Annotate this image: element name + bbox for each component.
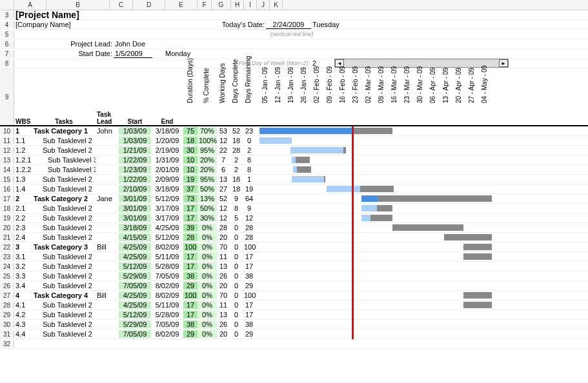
cell-duration[interactable]: 75 — [183, 127, 198, 135]
week-date-header[interactable]: 02 - Feb - 09 — [310, 68, 323, 125]
cell-days-remaining[interactable]: 28 — [243, 233, 256, 241]
cell-pct-complete[interactable]: 50% — [198, 204, 217, 212]
cell-days-remaining[interactable]: 17 — [243, 253, 256, 260]
cell-working-days[interactable]: 7 — [217, 156, 230, 164]
cell-wbs[interactable]: 1.1 — [14, 137, 32, 144]
week-date-header[interactable]: 23 - Feb - 09 — [349, 68, 361, 125]
header-working-days[interactable]: Working Days — [216, 68, 228, 125]
cell-wbs[interactable]: 3 — [14, 243, 32, 251]
cell-working-days[interactable]: 70 — [217, 291, 230, 299]
cell-wbs[interactable]: 4.3 — [14, 320, 32, 328]
table-row[interactable]: 263.4Sub Tasklevel 27/05/098/02/09290%20… — [0, 281, 588, 291]
cell-start[interactable]: 1/03/09 — [119, 127, 151, 135]
cell-duration[interactable]: 19 — [183, 175, 198, 183]
cell-working-days[interactable]: 12 — [217, 204, 230, 212]
cell-end[interactable]: 8/02/09 — [151, 330, 183, 338]
cell-wbs[interactable]: 3.2 — [14, 262, 32, 270]
table-row[interactable]: 212.4Sub Tasklevel 24/15/095/12/09280%20… — [0, 233, 588, 242]
cell-task[interactable]: Sub Tasklevel 2 — [32, 146, 96, 154]
cell-task[interactable]: Sub Tasklevel 3 — [32, 166, 96, 173]
cell-days-complete[interactable]: 0 — [230, 291, 243, 299]
cell-task[interactable]: Sub Tasklevel 2 — [32, 204, 96, 212]
cell-task[interactable]: Sub Tasklevel 2 — [32, 253, 96, 260]
cell-pct-complete[interactable]: 0% — [198, 301, 217, 309]
week-date-header[interactable]: 05 - Jan - 09 — [258, 68, 271, 125]
table-row[interactable]: 121.2Sub Tasklevel 21/21/092/19/093095%2… — [0, 146, 588, 155]
cell-days-remaining[interactable]: 2 — [243, 146, 256, 154]
cell-wbs[interactable]: 4.2 — [14, 311, 32, 319]
company-name[interactable]: [Company Name] — [14, 21, 208, 28]
week-date-header[interactable]: 06 - Apr - 09 — [426, 68, 439, 125]
cell-end[interactable]: 7/05/09 — [151, 320, 183, 328]
cell-days-remaining[interactable]: 17 — [243, 262, 256, 270]
cell-days-remaining[interactable]: 0 — [243, 137, 256, 144]
table-row[interactable]: 314.4Sub Tasklevel 27/05/098/02/09290%20… — [0, 329, 588, 339]
table-row[interactable]: 131.2.1Sub Tasklevel 31/22/091/31/091020… — [0, 155, 588, 165]
cell-end[interactable]: 5/11/09 — [151, 301, 183, 309]
cell-task[interactable]: Sub Tasklevel 2 — [32, 311, 96, 319]
scroll-right-button[interactable]: ► — [499, 59, 508, 67]
cell-days-remaining[interactable]: 28 — [243, 224, 256, 231]
cell-working-days[interactable]: 13 — [217, 175, 230, 183]
cell-wbs[interactable]: 1.2.1 — [14, 156, 32, 164]
cell-days-complete[interactable]: 28 — [230, 146, 243, 154]
cell-start[interactable]: 1/03/09 — [119, 137, 151, 144]
week-date-header[interactable]: 16 - Feb - 09 — [336, 68, 349, 125]
cell-days-complete[interactable]: 0 — [230, 253, 243, 260]
cell-start[interactable]: 4/25/09 — [119, 291, 151, 299]
cell-pct-complete[interactable]: 30% — [198, 214, 217, 222]
cell-days-remaining[interactable]: 8 — [243, 156, 256, 164]
cell-wbs[interactable]: 3.1 — [14, 253, 32, 260]
cell-wbs[interactable]: 4.1 — [14, 301, 32, 309]
cell-duration[interactable]: 38 — [183, 272, 198, 280]
cell-days-remaining[interactable]: 38 — [243, 320, 256, 328]
column-letter[interactable]: C — [110, 0, 133, 10]
week-date-header[interactable]: 16 - Mar - 09 — [387, 68, 400, 125]
cell-wbs[interactable]: 3.3 — [14, 272, 32, 280]
cell-pct-complete[interactable]: 0% — [198, 262, 217, 270]
cell-wbs[interactable]: 2.1 — [14, 204, 32, 212]
cell-duration[interactable]: 100 — [183, 243, 198, 251]
cell-days-complete[interactable]: 9 — [230, 195, 243, 202]
cell-end[interactable]: 7/05/09 — [151, 272, 183, 280]
cell-start[interactable]: 4/15/09 — [119, 233, 151, 241]
column-letter[interactable]: H — [231, 0, 244, 10]
header-wbs[interactable]: WBS — [14, 118, 32, 125]
cell-duration[interactable]: 37 — [183, 185, 198, 193]
header-days-complete[interactable]: Days Complete — [228, 68, 241, 125]
cell-working-days[interactable]: 28 — [217, 224, 230, 231]
cell-duration[interactable]: 30 — [183, 146, 198, 154]
cell-start[interactable]: 5/29/09 — [119, 320, 151, 328]
cell-pct-complete[interactable]: 20% — [198, 166, 217, 173]
cell-days-complete[interactable]: 2 — [230, 156, 243, 164]
week-date-header[interactable]: 23 - Mar - 09 — [400, 68, 413, 125]
cell-duration[interactable]: 10 — [183, 156, 198, 164]
header-pct[interactable]: % Complete — [196, 68, 216, 125]
cell-end[interactable]: 8/02/09 — [151, 243, 183, 251]
cell-lead[interactable]: Bill — [96, 291, 119, 299]
cell-working-days[interactable]: 13 — [217, 262, 230, 270]
cell-start[interactable]: 4/25/09 — [119, 243, 151, 251]
cell-task[interactable]: Sub Tasklevel 2 — [32, 185, 96, 193]
cell-pct-complete[interactable]: 0% — [198, 311, 217, 319]
cell-wbs[interactable]: 2.2 — [14, 214, 32, 222]
cell-pct-complete[interactable]: 100% — [198, 137, 217, 144]
cell-task[interactable]: Sub Tasklevel 2 — [32, 320, 96, 328]
cell-start[interactable]: 7/05/09 — [119, 330, 151, 338]
cell-start[interactable]: 4/25/09 — [119, 253, 151, 260]
project-name[interactable]: [Project Name] — [14, 10, 588, 20]
table-row[interactable]: 161.4Sub Tasklevel 22/10/093/18/093750%2… — [0, 184, 588, 194]
cell-task[interactable]: Sub Tasklevel 2 — [32, 233, 96, 241]
week-date-header[interactable]: 09 - Mar - 09 — [374, 68, 387, 125]
cell-start[interactable]: 3/01/09 — [119, 195, 151, 202]
table-row[interactable]: 233.1Sub Tasklevel 24/25/095/11/09170%11… — [0, 252, 588, 262]
cell-task[interactable]: Sub Tasklevel 3 — [32, 156, 96, 164]
cell-start[interactable]: 1/21/09 — [119, 146, 151, 154]
week-date-header[interactable]: 02 - Mar - 09 — [361, 68, 374, 125]
cell-days-complete[interactable]: 2 — [230, 166, 243, 173]
cell-working-days[interactable]: 20 — [217, 282, 230, 290]
cell-pct-complete[interactable]: 0% — [198, 243, 217, 251]
cell-working-days[interactable]: 22 — [217, 146, 230, 154]
week-date-header[interactable]: 13 - Apr - 09 — [439, 68, 452, 125]
table-row[interactable]: 111.1Sub Tasklevel 21/03/091/20/0918100%… — [0, 136, 588, 146]
